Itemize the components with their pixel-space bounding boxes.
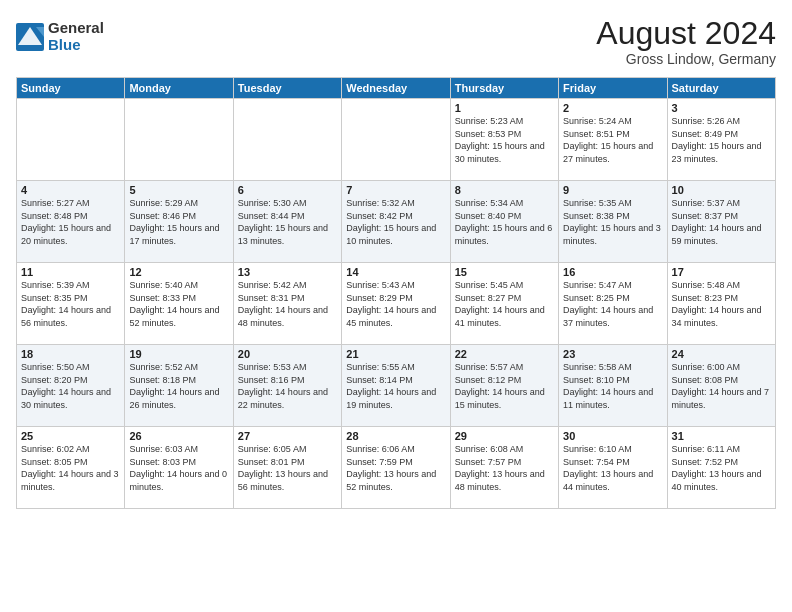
day-info: Sunrise: 6:10 AMSunset: 7:54 PMDaylight:… — [563, 443, 662, 493]
day-info: Sunrise: 6:06 AMSunset: 7:59 PMDaylight:… — [346, 443, 445, 493]
day-info: Sunrise: 5:27 AMSunset: 8:48 PMDaylight:… — [21, 197, 120, 247]
day-cell: 6Sunrise: 5:30 AMSunset: 8:44 PMDaylight… — [233, 181, 341, 263]
day-cell — [233, 99, 341, 181]
day-number: 17 — [672, 266, 771, 278]
day-number: 3 — [672, 102, 771, 114]
day-info: Sunrise: 6:00 AMSunset: 8:08 PMDaylight:… — [672, 361, 771, 411]
day-info: Sunrise: 5:23 AMSunset: 8:53 PMDaylight:… — [455, 115, 554, 165]
day-cell: 12Sunrise: 5:40 AMSunset: 8:33 PMDayligh… — [125, 263, 233, 345]
day-number: 22 — [455, 348, 554, 360]
location: Gross Lindow, Germany — [596, 51, 776, 67]
day-number: 7 — [346, 184, 445, 196]
day-info: Sunrise: 5:40 AMSunset: 8:33 PMDaylight:… — [129, 279, 228, 329]
day-cell: 15Sunrise: 5:45 AMSunset: 8:27 PMDayligh… — [450, 263, 558, 345]
weekday-header-row: SundayMondayTuesdayWednesdayThursdayFrid… — [17, 78, 776, 99]
weekday-header: Wednesday — [342, 78, 450, 99]
day-cell: 13Sunrise: 5:42 AMSunset: 8:31 PMDayligh… — [233, 263, 341, 345]
month-title: August 2024 — [596, 16, 776, 51]
day-info: Sunrise: 6:11 AMSunset: 7:52 PMDaylight:… — [672, 443, 771, 493]
day-number: 6 — [238, 184, 337, 196]
day-info: Sunrise: 5:37 AMSunset: 8:37 PMDaylight:… — [672, 197, 771, 247]
day-cell: 25Sunrise: 6:02 AMSunset: 8:05 PMDayligh… — [17, 427, 125, 509]
day-number: 14 — [346, 266, 445, 278]
day-info: Sunrise: 5:42 AMSunset: 8:31 PMDaylight:… — [238, 279, 337, 329]
day-info: Sunrise: 5:57 AMSunset: 8:12 PMDaylight:… — [455, 361, 554, 411]
day-number: 18 — [21, 348, 120, 360]
day-number: 27 — [238, 430, 337, 442]
day-cell: 8Sunrise: 5:34 AMSunset: 8:40 PMDaylight… — [450, 181, 558, 263]
day-info: Sunrise: 5:32 AMSunset: 8:42 PMDaylight:… — [346, 197, 445, 247]
day-cell: 1Sunrise: 5:23 AMSunset: 8:53 PMDaylight… — [450, 99, 558, 181]
day-info: Sunrise: 5:24 AMSunset: 8:51 PMDaylight:… — [563, 115, 662, 165]
day-number: 15 — [455, 266, 554, 278]
day-cell: 17Sunrise: 5:48 AMSunset: 8:23 PMDayligh… — [667, 263, 775, 345]
day-number: 23 — [563, 348, 662, 360]
day-cell: 28Sunrise: 6:06 AMSunset: 7:59 PMDayligh… — [342, 427, 450, 509]
header: General Blue August 2024 Gross Lindow, G… — [16, 16, 776, 67]
day-cell: 24Sunrise: 6:00 AMSunset: 8:08 PMDayligh… — [667, 345, 775, 427]
day-info: Sunrise: 5:53 AMSunset: 8:16 PMDaylight:… — [238, 361, 337, 411]
day-info: Sunrise: 6:02 AMSunset: 8:05 PMDaylight:… — [21, 443, 120, 493]
day-info: Sunrise: 5:35 AMSunset: 8:38 PMDaylight:… — [563, 197, 662, 247]
day-number: 5 — [129, 184, 228, 196]
day-number: 21 — [346, 348, 445, 360]
day-cell: 20Sunrise: 5:53 AMSunset: 8:16 PMDayligh… — [233, 345, 341, 427]
day-cell: 29Sunrise: 6:08 AMSunset: 7:57 PMDayligh… — [450, 427, 558, 509]
day-cell: 3Sunrise: 5:26 AMSunset: 8:49 PMDaylight… — [667, 99, 775, 181]
day-cell: 9Sunrise: 5:35 AMSunset: 8:38 PMDaylight… — [559, 181, 667, 263]
day-cell: 14Sunrise: 5:43 AMSunset: 8:29 PMDayligh… — [342, 263, 450, 345]
week-row: 4Sunrise: 5:27 AMSunset: 8:48 PMDaylight… — [17, 181, 776, 263]
day-cell — [17, 99, 125, 181]
day-info: Sunrise: 5:47 AMSunset: 8:25 PMDaylight:… — [563, 279, 662, 329]
day-number: 12 — [129, 266, 228, 278]
day-number: 24 — [672, 348, 771, 360]
day-number: 28 — [346, 430, 445, 442]
day-cell: 10Sunrise: 5:37 AMSunset: 8:37 PMDayligh… — [667, 181, 775, 263]
week-row: 11Sunrise: 5:39 AMSunset: 8:35 PMDayligh… — [17, 263, 776, 345]
day-cell — [125, 99, 233, 181]
day-cell: 16Sunrise: 5:47 AMSunset: 8:25 PMDayligh… — [559, 263, 667, 345]
day-cell: 5Sunrise: 5:29 AMSunset: 8:46 PMDaylight… — [125, 181, 233, 263]
day-number: 16 — [563, 266, 662, 278]
day-cell: 26Sunrise: 6:03 AMSunset: 8:03 PMDayligh… — [125, 427, 233, 509]
day-number: 31 — [672, 430, 771, 442]
day-cell — [342, 99, 450, 181]
day-info: Sunrise: 5:45 AMSunset: 8:27 PMDaylight:… — [455, 279, 554, 329]
day-cell: 7Sunrise: 5:32 AMSunset: 8:42 PMDaylight… — [342, 181, 450, 263]
day-info: Sunrise: 5:52 AMSunset: 8:18 PMDaylight:… — [129, 361, 228, 411]
day-cell: 30Sunrise: 6:10 AMSunset: 7:54 PMDayligh… — [559, 427, 667, 509]
weekday-header: Sunday — [17, 78, 125, 99]
day-cell: 21Sunrise: 5:55 AMSunset: 8:14 PMDayligh… — [342, 345, 450, 427]
day-number: 8 — [455, 184, 554, 196]
day-cell: 4Sunrise: 5:27 AMSunset: 8:48 PMDaylight… — [17, 181, 125, 263]
week-row: 1Sunrise: 5:23 AMSunset: 8:53 PMDaylight… — [17, 99, 776, 181]
weekday-header: Saturday — [667, 78, 775, 99]
day-info: Sunrise: 6:05 AMSunset: 8:01 PMDaylight:… — [238, 443, 337, 493]
day-number: 30 — [563, 430, 662, 442]
day-number: 13 — [238, 266, 337, 278]
day-number: 20 — [238, 348, 337, 360]
page: General Blue August 2024 Gross Lindow, G… — [0, 0, 792, 612]
weekday-header: Friday — [559, 78, 667, 99]
day-number: 11 — [21, 266, 120, 278]
week-row: 18Sunrise: 5:50 AMSunset: 8:20 PMDayligh… — [17, 345, 776, 427]
weekday-header: Tuesday — [233, 78, 341, 99]
day-number: 29 — [455, 430, 554, 442]
day-cell: 22Sunrise: 5:57 AMSunset: 8:12 PMDayligh… — [450, 345, 558, 427]
day-info: Sunrise: 5:34 AMSunset: 8:40 PMDaylight:… — [455, 197, 554, 247]
day-info: Sunrise: 5:39 AMSunset: 8:35 PMDaylight:… — [21, 279, 120, 329]
day-info: Sunrise: 5:29 AMSunset: 8:46 PMDaylight:… — [129, 197, 228, 247]
logo: General Blue — [16, 20, 104, 53]
week-row: 25Sunrise: 6:02 AMSunset: 8:05 PMDayligh… — [17, 427, 776, 509]
weekday-header: Thursday — [450, 78, 558, 99]
logo-general: General — [48, 20, 104, 37]
day-info: Sunrise: 5:50 AMSunset: 8:20 PMDaylight:… — [21, 361, 120, 411]
day-number: 19 — [129, 348, 228, 360]
day-cell: 11Sunrise: 5:39 AMSunset: 8:35 PMDayligh… — [17, 263, 125, 345]
day-info: Sunrise: 5:48 AMSunset: 8:23 PMDaylight:… — [672, 279, 771, 329]
day-info: Sunrise: 5:58 AMSunset: 8:10 PMDaylight:… — [563, 361, 662, 411]
day-cell: 23Sunrise: 5:58 AMSunset: 8:10 PMDayligh… — [559, 345, 667, 427]
day-cell: 18Sunrise: 5:50 AMSunset: 8:20 PMDayligh… — [17, 345, 125, 427]
weekday-header: Monday — [125, 78, 233, 99]
day-cell: 27Sunrise: 6:05 AMSunset: 8:01 PMDayligh… — [233, 427, 341, 509]
